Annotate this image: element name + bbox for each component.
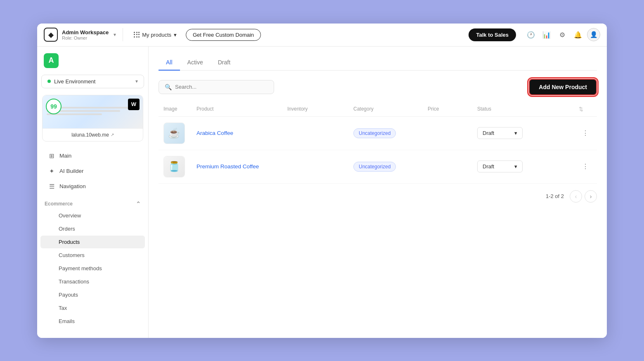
pagination-row: 1-2 of 2 ‹ › — [159, 184, 597, 204]
my-products-dropdown-icon: ▾ — [174, 32, 177, 38]
sidebar-item-emails[interactable]: Emails — [40, 315, 145, 328]
product-link-arabica[interactable]: Arabica Coffee — [197, 130, 233, 136]
env-selector[interactable]: Live Environment ▾ — [41, 75, 144, 88]
logo-icon: ◆ — [44, 28, 58, 42]
sidebar-nav: ⊞ Main ✦ AI Builder ☰ Navigation Ecommer… — [37, 145, 148, 331]
site-preview-image: 99 W — [43, 95, 143, 128]
sidebar-item-products-label: Products — [59, 239, 80, 245]
row-actions-roasted[interactable]: ⋮ — [579, 161, 592, 172]
history-icon-button[interactable]: 🕐 — [524, 28, 537, 41]
divider — [123, 28, 123, 41]
products-table: Image Product Inventory Category Price S… — [159, 102, 597, 184]
sidebar-item-payouts[interactable]: Payouts — [40, 288, 145, 301]
talk-to-sales-button[interactable]: Talk to Sales — [469, 28, 516, 41]
w-badge: W — [128, 99, 140, 110]
content-inner: All Active Draft 🔍 Add New Product — [149, 47, 607, 338]
toolbar-row: 🔍 Add New Product — [159, 79, 597, 95]
col-status: Status — [472, 102, 574, 117]
page-prev-button[interactable]: ‹ — [570, 190, 582, 203]
content-area: All Active Draft 🔍 Add New Product — [149, 47, 607, 338]
chart-icon-button[interactable]: 📊 — [540, 28, 553, 41]
workspace-info: Admin Workspace Role: Owner — [62, 29, 109, 40]
tab-draft[interactable]: Draft — [211, 55, 238, 71]
col-inventory: Inventory — [282, 102, 348, 117]
sidebar-user-area: A — [37, 47, 148, 71]
sidebar: A Live Environment ▾ 99 W l — [37, 47, 149, 338]
sidebar-item-tax-label: Tax — [59, 305, 67, 311]
col-sort: ⇅ — [574, 102, 597, 117]
search-box[interactable]: 🔍 — [159, 80, 274, 94]
price-arabica — [423, 116, 472, 150]
sidebar-item-products[interactable]: Products — [40, 236, 145, 248]
sidebar-item-overview[interactable]: Overview — [40, 209, 145, 222]
price-roasted — [423, 150, 472, 183]
sidebar-item-customers-label: Customers — [59, 252, 85, 258]
sidebar-item-transactions-label: Transactions — [59, 278, 89, 285]
sidebar-item-navigation[interactable]: ☰ Navigation — [40, 179, 145, 194]
user-avatar[interactable]: A — [44, 53, 59, 68]
status-dropdown-icon-roasted: ▾ — [514, 163, 517, 170]
status-label-arabica: Draft — [483, 130, 494, 136]
settings-icon-button[interactable]: ⚙ — [556, 28, 569, 41]
sidebar-item-transactions[interactable]: Transactions — [40, 275, 145, 288]
ecommerce-toggle-icon[interactable]: ⌃ — [136, 201, 141, 207]
search-icon: 🔍 — [165, 84, 172, 90]
status-select-roasted[interactable]: Draft ▾ — [477, 160, 523, 172]
sidebar-item-tax[interactable]: Tax — [40, 302, 145, 314]
sidebar-item-main[interactable]: ⊞ Main — [40, 149, 145, 163]
top-bar: ◆ Admin Workspace Role: Owner ▾ My produ… — [37, 24, 607, 47]
product-thumbnail-roasted: 🫙 — [163, 156, 185, 177]
table-row: ☕ Arabica Coffee Uncategorized — [159, 116, 597, 150]
col-price: Price — [423, 102, 472, 117]
tabs-row: All Active Draft — [159, 55, 597, 71]
sidebar-item-emails-label: Emails — [59, 318, 75, 324]
sidebar-item-overview-label: Overview — [59, 212, 81, 219]
logo-area[interactable]: ◆ Admin Workspace Role: Owner ▾ — [44, 28, 116, 42]
sidebar-item-payment-methods-label: Payment methods — [59, 265, 102, 271]
workspace-role: Role: Owner — [62, 35, 109, 40]
home-icon: ⊞ — [48, 152, 55, 160]
tab-active[interactable]: Active — [180, 55, 211, 71]
tab-all[interactable]: All — [159, 55, 180, 71]
env-label: Live Environment — [54, 78, 132, 85]
sidebar-item-navigation-label: Navigation — [59, 183, 86, 189]
ecommerce-section-header: Ecommerce ⌃ — [37, 197, 148, 209]
site-preview[interactable]: 99 W laluna.10web.me ↗ — [42, 95, 143, 142]
site-url-bar[interactable]: laluna.10web.me ↗ — [43, 128, 143, 141]
sidebar-item-customers[interactable]: Customers — [40, 249, 145, 262]
grid-icon — [134, 32, 140, 38]
status-label-roasted: Draft — [483, 163, 494, 170]
free-domain-button[interactable]: Get Free Custom Domain — [186, 29, 261, 41]
my-products-button[interactable]: My products ▾ — [130, 29, 181, 40]
sidebar-item-orders-label: Orders — [59, 226, 75, 232]
sidebar-item-ai-builder[interactable]: ✦ AI Builder — [40, 164, 145, 179]
col-image: Image — [159, 102, 192, 117]
site-url-text: laluna.10web.me — [71, 132, 109, 138]
env-dropdown-icon: ▾ — [135, 78, 138, 84]
sidebar-item-main-label: Main — [59, 153, 71, 159]
workspace-name: Admin Workspace — [62, 29, 109, 35]
sort-icon[interactable]: ⇅ — [579, 106, 583, 112]
top-bar-icons: 🕐 📊 ⚙ 🔔 👤 — [524, 28, 600, 41]
main-layout: A Live Environment ▾ 99 W l — [37, 47, 607, 338]
sidebar-item-orders[interactable]: Orders — [40, 222, 145, 235]
status-dropdown-icon-arabica: ▾ — [514, 130, 517, 136]
pagination-info: 1-2 of 2 — [546, 193, 564, 199]
workspace-dropdown-icon: ▾ — [114, 32, 116, 38]
inventory-arabica — [282, 116, 348, 150]
external-link-icon: ↗ — [111, 132, 114, 137]
add-new-product-button[interactable]: Add New Product — [529, 79, 597, 95]
product-link-roasted[interactable]: Premium Roasted Coffee — [197, 163, 259, 170]
sidebar-item-ai-builder-label: AI Builder — [59, 168, 84, 174]
page-next-button[interactable]: › — [585, 190, 597, 203]
user-avatar-button[interactable]: 👤 — [587, 28, 600, 41]
status-select-arabica[interactable]: Draft ▾ — [477, 127, 523, 139]
inventory-roasted — [282, 150, 348, 183]
search-input[interactable] — [175, 84, 268, 90]
navigation-icon: ☰ — [48, 183, 55, 190]
row-actions-arabica[interactable]: ⋮ — [579, 128, 592, 138]
sidebar-item-payment-methods[interactable]: Payment methods — [40, 262, 145, 275]
notification-icon-button[interactable]: 🔔 — [571, 28, 585, 41]
col-category: Category — [348, 102, 423, 117]
table-row: 🫙 Premium Roasted Coffee Uncategorized — [159, 150, 597, 183]
